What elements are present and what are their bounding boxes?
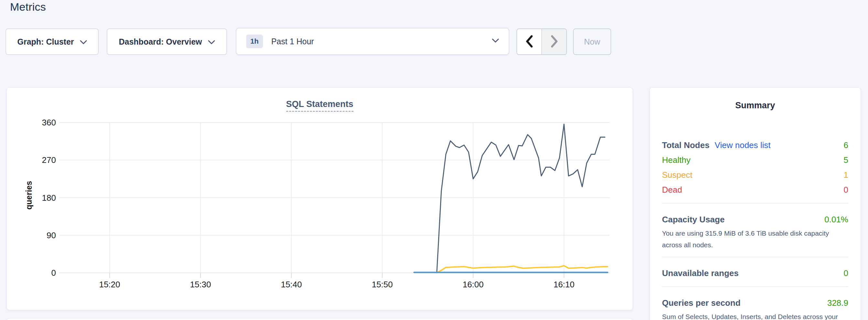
healthy-value: 5 <box>844 153 848 167</box>
summary-title: Summary <box>662 100 848 110</box>
dead-nodes-row: Dead 0 <box>662 182 848 197</box>
healthy-label: Healthy <box>662 153 690 167</box>
qps-row: Queries per second 328.9 <box>662 295 848 310</box>
divider <box>662 286 848 287</box>
metrics-page: { "page": { "title": "Metrics" }, "toolb… <box>0 0 868 320</box>
capacity-usage-label: Capacity Usage <box>662 212 725 227</box>
svg-text:15:40: 15:40 <box>281 280 302 289</box>
svg-text:16:00: 16:00 <box>462 280 484 289</box>
svg-text:15:20: 15:20 <box>99 280 120 289</box>
prev-time-button[interactable] <box>517 29 541 54</box>
time-range-selector[interactable]: 1h Past 1 Hour <box>236 28 509 55</box>
qps-label: Queries per second <box>662 295 741 310</box>
chevron-down-icon <box>80 37 87 46</box>
dead-label: Dead <box>662 182 682 197</box>
total-nodes-value: 6 <box>844 138 848 153</box>
svg-text:16:10: 16:10 <box>553 280 575 289</box>
total-nodes-label: Total Nodes <box>662 138 710 153</box>
sql-statements-chart: 09018027036015:2015:3015:4015:5016:0016:… <box>7 88 632 310</box>
divider <box>662 203 848 204</box>
dashboard-dropdown-label: Dashboard: Overview <box>119 37 202 46</box>
capacity-usage-row: Capacity Usage 0.01% <box>662 212 848 227</box>
now-button[interactable]: Now <box>573 28 611 55</box>
svg-text:0: 0 <box>52 268 56 278</box>
time-range-badge: 1h <box>246 35 263 48</box>
capacity-usage-description: You are using 315.9 MiB of 3.6 TiB usabl… <box>662 228 848 251</box>
capacity-usage-value: 0.01% <box>824 212 848 227</box>
unavailable-ranges-row: Unavailable ranges 0 <box>662 266 848 281</box>
total-nodes-row: Total Nodes View nodes list 6 <box>662 138 848 153</box>
qps-value: 328.9 <box>827 295 848 310</box>
graph-dropdown[interactable]: Graph: Cluster <box>5 28 99 55</box>
svg-text:15:30: 15:30 <box>190 280 211 289</box>
time-nav-group <box>517 28 567 55</box>
chevron-down-icon <box>492 38 499 44</box>
svg-text:90: 90 <box>46 230 56 240</box>
svg-text:15:50: 15:50 <box>372 280 393 289</box>
next-chart-card-partial <box>6 318 633 320</box>
svg-text:270: 270 <box>42 155 56 165</box>
graph-dropdown-label: Graph: Cluster <box>17 37 74 46</box>
suspect-label: Suspect <box>662 167 692 182</box>
suspect-value: 1 <box>844 167 848 182</box>
summary-panel: Summary Total Nodes View nodes list 6 He… <box>649 87 861 320</box>
chevron-left-icon <box>525 35 534 49</box>
time-range-label: Past 1 Hour <box>271 37 314 46</box>
next-time-button[interactable] <box>541 29 566 54</box>
unavailable-ranges-value: 0 <box>844 266 848 281</box>
navy-line <box>437 124 605 273</box>
sql-statements-chart-card: SQL Statements queries 09018027036015:20… <box>6 87 633 310</box>
suspect-nodes-row: Suspect 1 <box>662 167 848 182</box>
chevron-right-icon <box>550 35 559 49</box>
page-title: Metrics <box>10 1 46 13</box>
view-nodes-link[interactable]: View nodes list <box>715 138 771 153</box>
dead-value: 0 <box>844 182 848 197</box>
divider <box>662 257 848 257</box>
healthy-nodes-row: Healthy 5 <box>662 153 848 167</box>
dashboard-dropdown[interactable]: Dashboard: Overview <box>107 28 227 55</box>
chevron-down-icon <box>208 37 215 46</box>
unavailable-ranges-label: Unavailable ranges <box>662 266 739 281</box>
svg-text:180: 180 <box>42 193 56 203</box>
svg-text:360: 360 <box>42 118 56 127</box>
qps-description: Sum of Selects, Updates, Inserts, and De… <box>662 311 848 320</box>
